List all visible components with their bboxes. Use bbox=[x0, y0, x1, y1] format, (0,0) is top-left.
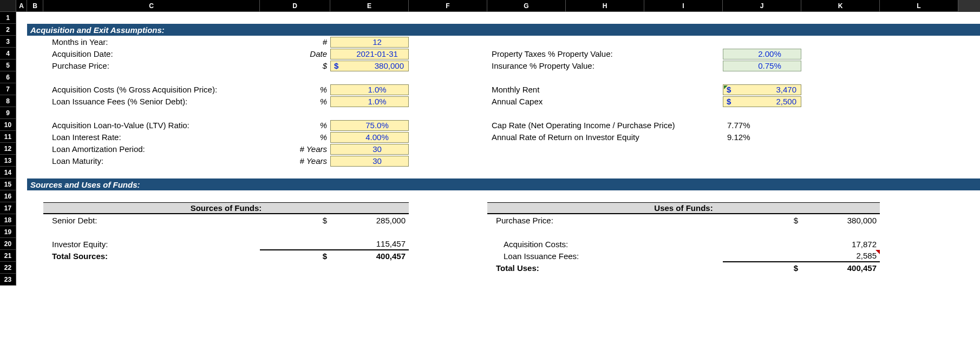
assumption-input[interactable]: 30 bbox=[330, 155, 409, 167]
assumption-input[interactable]: $3,470 bbox=[723, 83, 801, 95]
assumption-label: Purchase Price: bbox=[48, 59, 260, 71]
row-header-19[interactable]: 19 bbox=[0, 226, 16, 238]
computed-value: 9.12% bbox=[723, 131, 801, 143]
row-8: Loan Issuance Fees (% Senior Debt):%1.0%… bbox=[16, 95, 980, 107]
assumption-label: Loan Interest Rate: bbox=[48, 131, 260, 143]
uses-label: Loan Issuance Fees: bbox=[499, 250, 723, 262]
assumption-input[interactable]: 12 bbox=[330, 36, 409, 48]
assumption-label-right: Cap Rate (Net Operating Income / Purchas… bbox=[487, 119, 723, 131]
row-header-14[interactable]: 14 bbox=[0, 167, 16, 178]
row-header-13[interactable]: 13 bbox=[0, 155, 16, 167]
computed-value: 7.77% bbox=[723, 119, 801, 131]
column-header-F[interactable]: F bbox=[409, 0, 487, 12]
column-header-K[interactable]: K bbox=[801, 0, 880, 12]
uses-label: Acquisition Costs: bbox=[499, 238, 723, 250]
column-header-I[interactable]: I bbox=[644, 0, 723, 12]
assumption-input[interactable]: 75.0% bbox=[330, 119, 409, 131]
cell-area[interactable]: Acquisition and Exit Assumptions:Months … bbox=[16, 12, 980, 286]
assumption-label: Months in Year: bbox=[48, 36, 260, 48]
column-header-E[interactable]: E bbox=[330, 0, 409, 12]
sources-label: Senior Debt: bbox=[48, 214, 260, 226]
assumption-label: Loan Amortization Period: bbox=[48, 143, 260, 155]
uses-value: 380,000 bbox=[801, 214, 880, 226]
sources-label: Investor Equity: bbox=[48, 238, 260, 250]
sources-value: 400,457 bbox=[330, 250, 409, 262]
assumption-unit: $ bbox=[260, 59, 330, 71]
assumption-label-right: Property Taxes % Property Value: bbox=[487, 48, 723, 59]
row-header-5[interactable]: 5 bbox=[0, 59, 16, 71]
row-16 bbox=[16, 190, 980, 202]
uses-value: 400,457 bbox=[801, 262, 880, 274]
assumption-unit: % bbox=[260, 83, 330, 95]
assumption-input[interactable]: $2,500 bbox=[723, 95, 801, 107]
row-header-16[interactable]: 16 bbox=[0, 190, 16, 202]
currency-symbol: $ bbox=[723, 214, 801, 226]
currency-symbol bbox=[723, 250, 801, 262]
row-headers: 1234567891011121314151617181920212223 bbox=[0, 12, 16, 286]
column-header-A[interactable]: A bbox=[16, 0, 27, 12]
assumption-unit: # Years bbox=[260, 143, 330, 155]
assumption-input[interactable]: 2.00% bbox=[723, 48, 801, 59]
row-11: Loan Interest Rate:%4.00%Annual Rate of … bbox=[16, 131, 980, 143]
row-header-9[interactable]: 9 bbox=[0, 107, 16, 119]
uses-label: Total Uses: bbox=[492, 262, 723, 274]
uses-value: 17,872 bbox=[801, 238, 880, 250]
assumption-unit: % bbox=[260, 95, 330, 107]
currency-symbol: $ bbox=[723, 262, 801, 274]
assumption-input[interactable]: 1.0% bbox=[330, 83, 409, 95]
assumption-input[interactable]: 30 bbox=[330, 143, 409, 155]
row-header-2[interactable]: 2 bbox=[0, 24, 16, 36]
assumption-input[interactable]: 4.00% bbox=[330, 131, 409, 143]
row-header-20[interactable]: 20 bbox=[0, 238, 16, 250]
row-header-22[interactable]: 22 bbox=[0, 262, 16, 274]
assumption-input[interactable]: 0.75% bbox=[723, 59, 801, 71]
row-header-4[interactable]: 4 bbox=[0, 48, 16, 59]
column-header-H[interactable]: H bbox=[566, 0, 644, 12]
column-headers: ABCDEFGHIJKL bbox=[16, 0, 958, 12]
row-19 bbox=[16, 226, 980, 238]
row-header-7[interactable]: 7 bbox=[0, 83, 16, 95]
row-5: Purchase Price:$$380,000Insurance % Prop… bbox=[16, 59, 980, 71]
uses-header: Uses of Funds: bbox=[487, 202, 880, 214]
uses-label: Purchase Price: bbox=[492, 214, 723, 226]
row-23 bbox=[16, 274, 980, 286]
assumption-label-right: Annual Rate of Return on Investor Equity bbox=[487, 131, 723, 143]
column-header-G[interactable]: G bbox=[487, 0, 566, 12]
row-header-3[interactable]: 3 bbox=[0, 36, 16, 48]
assumption-label: Acquisition Date: bbox=[48, 48, 260, 59]
currency-symbol bbox=[723, 238, 801, 250]
row-header-8[interactable]: 8 bbox=[0, 95, 16, 107]
assumption-input[interactable]: 2021-01-31 bbox=[330, 48, 409, 59]
row-18: Senior Debt:$285,000Purchase Price:$380,… bbox=[16, 214, 980, 226]
row-header-21[interactable]: 21 bbox=[0, 250, 16, 262]
row-12: Loan Amortization Period:# Years30 bbox=[16, 143, 980, 155]
row-4: Acquisition Date:Date2021-01-31Property … bbox=[16, 48, 980, 59]
row-header-18[interactable]: 18 bbox=[0, 214, 16, 226]
column-header-J[interactable]: J bbox=[723, 0, 801, 12]
assumption-label-right: Monthly Rent bbox=[487, 83, 723, 95]
section-header: Sources and Uses of Funds: bbox=[27, 178, 980, 190]
currency-symbol bbox=[260, 238, 330, 250]
row-header-1[interactable]: 1 bbox=[0, 12, 16, 24]
row-header-23[interactable]: 23 bbox=[0, 274, 16, 286]
assumption-input[interactable]: 1.0% bbox=[330, 95, 409, 107]
row-header-15[interactable]: 15 bbox=[0, 178, 16, 190]
column-header-C[interactable]: C bbox=[43, 0, 260, 12]
column-header-L[interactable]: L bbox=[880, 0, 958, 12]
sources-header: Sources of Funds: bbox=[43, 202, 409, 214]
row-header-10[interactable]: 10 bbox=[0, 119, 16, 131]
row-22: Total Uses:$400,457 bbox=[16, 262, 980, 274]
uses-value: 2,585 bbox=[801, 250, 880, 262]
select-all-corner[interactable] bbox=[0, 0, 16, 12]
row-header-11[interactable]: 11 bbox=[0, 131, 16, 143]
assumption-input[interactable]: $380,000 bbox=[330, 59, 409, 71]
row-3: Months in Year:#12 bbox=[16, 36, 980, 48]
row-header-6[interactable]: 6 bbox=[0, 71, 16, 83]
sources-value: 285,000 bbox=[330, 214, 409, 226]
column-header-D[interactable]: D bbox=[260, 0, 330, 12]
row-17: Sources of Funds:Uses of Funds: bbox=[16, 202, 980, 214]
row-header-17[interactable]: 17 bbox=[0, 202, 16, 214]
assumption-label-right: Insurance % Property Value: bbox=[487, 59, 723, 71]
row-header-12[interactable]: 12 bbox=[0, 143, 16, 155]
column-header-B[interactable]: B bbox=[27, 0, 43, 12]
